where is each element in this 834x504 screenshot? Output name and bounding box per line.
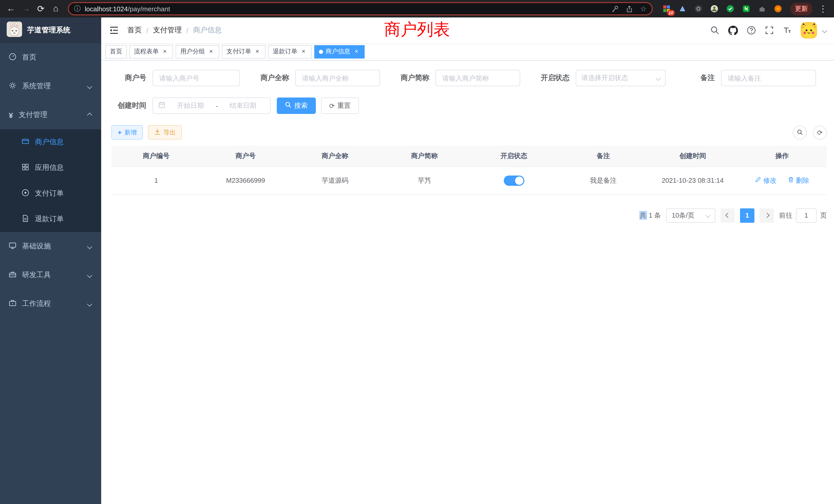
avatar-caret-icon[interactable] (822, 28, 827, 33)
extensions-bar: 10 (662, 4, 783, 13)
tab-process-form[interactable]: 流程表单× (129, 45, 173, 58)
logo-row[interactable]: 芋道管理系统 (0, 18, 101, 43)
next-page-button[interactable] (760, 208, 774, 223)
sidebar-item-system[interactable]: 系统管理 (0, 72, 101, 100)
toolbox-icon (9, 271, 17, 280)
search-button[interactable]: 搜索 (277, 97, 316, 114)
remark-input[interactable] (721, 70, 816, 86)
col-header-merchant-no: 商户号 (201, 146, 290, 166)
monitor-icon (9, 242, 17, 251)
table-row: 1 M233666999 芋道源码 芋艿 我是备注 2021-10-23 08:… (111, 166, 827, 194)
merchant-no-input[interactable] (153, 70, 240, 86)
status-label: 开启状态 (534, 73, 570, 83)
sidebar-item-devtools[interactable]: 研发工具 (0, 261, 101, 290)
tab-close-icon[interactable]: × (353, 48, 360, 55)
github-icon[interactable] (728, 25, 738, 35)
merchant-short-input[interactable] (436, 70, 520, 86)
extension-profile-icon[interactable] (773, 4, 783, 13)
back-icon[interactable]: ← (4, 2, 18, 16)
site-info-icon[interactable]: ⓘ (74, 4, 81, 13)
sidebar-subitem-app-info[interactable]: 应用信息 (0, 155, 101, 181)
help-icon[interactable] (747, 26, 756, 35)
extension-check-icon[interactable] (726, 4, 735, 13)
refresh-button[interactable]: ⟳ (813, 125, 827, 139)
hamburger-icon[interactable] (109, 26, 119, 35)
col-header-status: 开启状态 (469, 146, 558, 166)
date-end-placeholder: 结束日期 (221, 101, 265, 110)
fullscreen-icon[interactable] (765, 26, 774, 35)
extension-note-icon[interactable] (742, 4, 751, 13)
total-text: 共 1 条 (639, 211, 661, 220)
remark-label: 备注 (680, 73, 715, 83)
sidebar-subitem-pay-order[interactable]: 支付订单 (0, 181, 101, 206)
col-header-remark: 备注 (558, 146, 648, 166)
extension-avatar-icon[interactable] (710, 4, 719, 13)
create-time-range[interactable]: 开始日期 - 结束日期 (153, 97, 271, 114)
col-header-create-time: 创建时间 (648, 146, 738, 166)
add-button[interactable]: + 新增 (111, 125, 143, 140)
col-header-merchant-short: 商户简称 (380, 146, 469, 166)
forward-icon[interactable]: → (19, 2, 33, 16)
page-1-button[interactable]: 1 (740, 208, 754, 223)
sidebar-item-payment[interactable]: ¥ 支付管理 (0, 100, 101, 129)
page-size-select[interactable]: 10条/页 (666, 208, 716, 223)
reset-button[interactable]: ⟳ 重置 (321, 97, 359, 114)
home-icon[interactable]: ⌂ (49, 2, 63, 16)
tab-close-icon[interactable]: × (300, 48, 307, 55)
breadcrumb-separator: / (186, 26, 189, 35)
export-button[interactable]: 导出 (148, 125, 182, 140)
select-caret-icon (656, 75, 661, 81)
sidebar-subitem-merchant-info[interactable]: 商户信息 (0, 129, 101, 155)
tab-pay-order[interactable]: 支付订单× (222, 45, 265, 58)
app-logo (7, 22, 22, 39)
tab-close-icon[interactable]: × (207, 48, 215, 55)
tab-close-icon[interactable]: × (161, 48, 169, 55)
extension-drop-icon[interactable] (678, 4, 687, 13)
chevron-down-icon (87, 84, 92, 89)
browser-menu-icon[interactable]: ⋮ (816, 2, 830, 16)
toggle-search-button[interactable] (793, 125, 807, 139)
tab-refund-order[interactable]: 退款订单× (268, 45, 312, 58)
tab-close-icon[interactable]: × (254, 48, 261, 55)
sidebar-item-home[interactable]: 首页 (0, 43, 101, 72)
extension-badge: 10 (667, 9, 675, 16)
extension-grid-icon[interactable]: 10 (662, 4, 671, 13)
sidebar-item-workflow[interactable]: 工作流程 (0, 290, 101, 318)
tab-merchant-info[interactable]: 商户信息× (314, 45, 365, 58)
sidebar-subitem-refund-order[interactable]: 退款订单 (0, 206, 101, 232)
browser-update-button[interactable]: 更新 (790, 2, 812, 15)
delete-link[interactable]: 删除 (788, 176, 809, 185)
prev-page-button[interactable] (721, 208, 735, 223)
extension-dark-circle-icon[interactable] (694, 4, 703, 13)
document-icon (22, 214, 29, 224)
breadcrumb: 首页 / 支付管理 / 商户信息 (127, 26, 222, 35)
share-icon[interactable] (626, 5, 634, 13)
status-toggle[interactable] (504, 175, 524, 186)
merchant-name-input[interactable] (295, 70, 380, 86)
breadcrumb-item-home[interactable]: 首页 (127, 26, 142, 35)
key-icon[interactable] (611, 5, 619, 13)
status-select[interactable]: 请选择开启状态 (576, 70, 665, 86)
chevron-left-icon (725, 213, 730, 218)
search-icon[interactable] (710, 26, 720, 35)
merchant-table: 商户编号 商户号 商户全称 商户简称 开启状态 备注 创建时间 操作 1 (111, 146, 827, 195)
merchant-name-label: 商户全称 (254, 73, 289, 83)
tab-user-group[interactable]: 用户分组× (176, 45, 219, 58)
table-header-row: 商户编号 商户号 商户全称 商户简称 开启状态 备注 创建时间 操作 (111, 146, 827, 166)
browser-toolbar: ← → ⟳ ⌂ ⓘ localhost:1024/pay/merchant ☆ … (0, 0, 834, 18)
url-bar[interactable]: ⓘ localhost:1024/pay/merchant ☆ (68, 2, 653, 16)
cell-merchant-short: 芋艿 (380, 166, 469, 194)
tab-home[interactable]: 首页 (105, 45, 127, 58)
bookmark-star-icon[interactable]: ☆ (640, 5, 646, 13)
main-area: 商户列表 首页 / 支付管理 / 商户信息 (101, 18, 834, 504)
goto-page-input[interactable] (796, 208, 816, 223)
chevron-down-icon (87, 301, 92, 306)
sidebar: 芋道管理系统 首页 系统管理 ¥ 支付管理 (0, 18, 101, 504)
breadcrumb-item-payment[interactable]: 支付管理 (153, 26, 182, 35)
user-avatar[interactable] (800, 22, 817, 39)
edit-link[interactable]: 修改 (755, 176, 776, 185)
reload-icon[interactable]: ⟳ (34, 2, 48, 16)
extension-puzzle-icon[interactable] (758, 4, 767, 13)
sidebar-item-infrastructure[interactable]: 基础设施 (0, 232, 101, 261)
font-size-icon[interactable] (783, 26, 792, 35)
